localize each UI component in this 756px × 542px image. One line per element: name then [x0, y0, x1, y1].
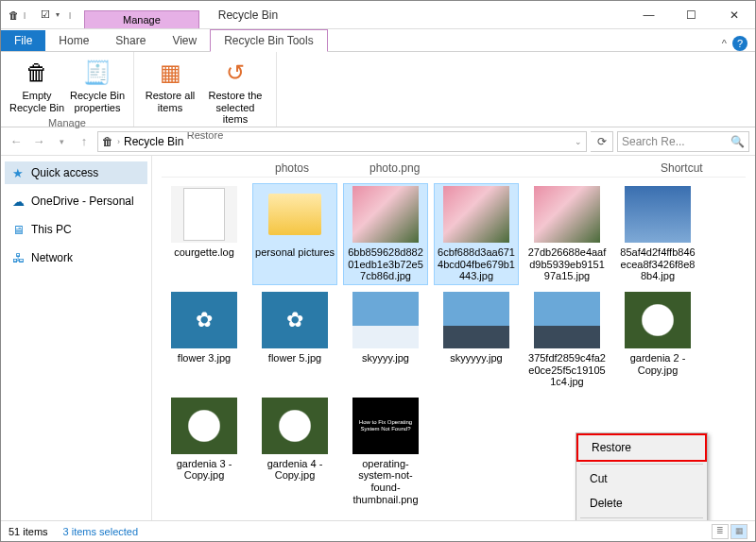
recycle-bin-properties-button[interactable]: 🧾 Recycle Bin properties — [67, 54, 128, 117]
file-item[interactable]: 6cbf688d3aa6714bcd04fbe679b1443.jpg — [434, 183, 519, 285]
file-name-label: 6bb859628d88201edb1e3b72e57cb86d.jpg — [346, 246, 425, 282]
file-item[interactable]: 27db26688e4aafd9b5939eb915197a15.jpg — [524, 183, 610, 285]
context-menu: Restore Cut Delete Properties — [576, 432, 708, 520]
content-area[interactable]: photos photo.png Shortcut courgette.logp… — [152, 156, 755, 520]
file-name-label: flower 3.jpg — [178, 352, 231, 364]
thumbnail — [534, 186, 600, 243]
tab-home[interactable]: Home — [45, 30, 102, 51]
restore-all-icon: ▦ — [155, 58, 185, 88]
recycle-bin-small-icon: 🗑 — [102, 135, 113, 148]
restore-selected-label: Restore the selected items — [202, 90, 268, 126]
nav-thispc-label: This PC — [31, 223, 72, 236]
restore-all-button[interactable]: ▦ Restore all items — [140, 54, 200, 129]
nav-network[interactable]: 🖧 Network — [5, 246, 147, 269]
thumbnail — [262, 398, 328, 454]
contextual-tab-manage: Manage — [84, 10, 199, 28]
tab-recycle-bin-tools[interactable]: Recycle Bin Tools — [210, 29, 328, 52]
column-name[interactable]: photos — [275, 161, 369, 175]
empty-recycle-bin-button[interactable]: 🗑 Empty Recycle Bin — [7, 54, 67, 117]
file-item[interactable]: gardenia 3 - Copy.jpg — [162, 395, 247, 509]
tab-share[interactable]: Share — [102, 30, 159, 51]
contextual-tab-header: Manage — [84, 1, 199, 28]
properties-icon: 🧾 — [82, 58, 112, 88]
recycle-bin-icon: 🗑 — [5, 7, 22, 24]
thumbnail — [171, 186, 237, 243]
column-original[interactable]: photo.png — [369, 161, 464, 175]
maximize-button[interactable]: ☐ — [670, 1, 713, 28]
file-item[interactable]: 6bb859628d88201edb1e3b72e57cb86d.jpg — [343, 183, 428, 285]
up-button[interactable]: ↑ — [75, 132, 94, 151]
file-name-label: gardenia 2 - Copy.jpg — [618, 352, 697, 376]
nav-quick-label: Quick access — [31, 166, 98, 179]
menu-cut[interactable]: Cut — [576, 466, 707, 491]
file-item[interactable]: skyyyy.jpg — [343, 289, 428, 391]
help-icon[interactable]: ? — [732, 36, 747, 51]
breadcrumb-dropdown-icon[interactable]: ⌄ — [575, 137, 582, 146]
nav-quick-access[interactable]: ★ Quick access — [5, 161, 147, 184]
file-item[interactable]: gardenia 4 - Copy.jpg — [252, 395, 337, 509]
breadcrumb-location: Recycle Bin — [124, 135, 183, 148]
menu-separator — [580, 464, 703, 465]
collapse-ribbon-icon[interactable]: ^ — [722, 38, 727, 49]
breadcrumb[interactable]: 🗑 › Recycle Bin ⌄ — [97, 131, 587, 152]
status-bar: 51 items 3 items selected ≣ ▦ — [1, 520, 755, 541]
column-headers[interactable]: photos photo.png Shortcut — [162, 160, 746, 178]
monitor-icon: 🖥 — [10, 222, 26, 237]
file-item[interactable]: gardenia 2 - Copy.jpg — [615, 289, 700, 391]
file-item[interactable]: 85af4d2f4ffb846ecea8f3426f8e88b4.jpg — [615, 183, 700, 285]
ribbon-group-restore: ▦ Restore all items ↺ Restore the select… — [134, 52, 277, 127]
ribbon: 🗑 Empty Recycle Bin 🧾 Recycle Bin proper… — [1, 52, 755, 127]
menu-delete[interactable]: Delete — [576, 491, 707, 516]
search-icon: 🔍 — [730, 135, 745, 148]
tab-file[interactable]: File — [1, 30, 45, 51]
nav-this-pc[interactable]: 🖥 This PC — [5, 218, 147, 241]
file-item[interactable]: 375fdf2859c4fa2e0ce25f5c191051c4.jpg — [524, 289, 610, 391]
thumbnail — [443, 186, 509, 243]
properties-qat-icon[interactable]: ☑ — [37, 7, 54, 24]
file-item[interactable]: courgette.log — [162, 183, 247, 285]
file-name-label: gardenia 3 - Copy.jpg — [164, 458, 244, 482]
close-button[interactable]: ✕ — [713, 1, 755, 28]
column-shortcut[interactable]: Shortcut — [661, 161, 746, 175]
file-item[interactable]: skyyyyy.jpg — [434, 289, 519, 391]
file-name-label: gardenia 4 - Copy.jpg — [255, 458, 335, 482]
qat-sep: | — [24, 10, 35, 19]
restore-selected-button[interactable]: ↺ Restore the selected items — [200, 54, 270, 129]
search-input[interactable]: Search Re... 🔍 — [617, 131, 749, 152]
back-button[interactable]: ← — [7, 132, 26, 151]
file-name-label: skyyyy.jpg — [362, 352, 409, 364]
details-view-button[interactable]: ≣ — [712, 524, 729, 539]
file-item[interactable]: flower 5.jpg — [252, 289, 337, 391]
file-item[interactable]: personal pictures — [252, 183, 337, 285]
file-name-label: flower 5.jpg — [268, 352, 321, 364]
recent-locations-dropdown[interactable]: ▾ — [52, 132, 71, 151]
menu-restore[interactable]: Restore — [576, 433, 707, 462]
file-name-label: 27db26688e4aafd9b5939eb915197a15.jpg — [527, 246, 607, 282]
restore-all-label: Restore all items — [142, 90, 198, 113]
nav-onedrive-label: OneDrive - Personal — [31, 195, 134, 208]
breadcrumb-sep-icon: › — [117, 137, 120, 146]
forward-button[interactable]: → — [29, 132, 48, 151]
thumbnail — [171, 292, 237, 348]
thumbnail — [262, 292, 328, 348]
minimize-button[interactable]: — — [627, 1, 670, 28]
menu-separator — [580, 517, 703, 518]
star-icon: ★ — [10, 165, 26, 180]
thumbnail — [443, 292, 509, 348]
file-item[interactable]: How to Fix Operating System Not Found?op… — [343, 395, 428, 509]
window-title: Recycle Bin — [199, 8, 627, 22]
large-icons-view-button[interactable]: ▦ — [730, 524, 747, 539]
navigation-pane: ★ Quick access ☁ OneDrive - Personal 🖥 T… — [1, 156, 152, 520]
refresh-button[interactable]: ⟳ — [591, 131, 613, 152]
nav-onedrive[interactable]: ☁ OneDrive - Personal — [5, 190, 147, 212]
qat-dropdown-icon[interactable]: ▾ — [56, 10, 67, 19]
thumbnail — [534, 292, 600, 348]
status-item-count: 51 items — [9, 526, 48, 537]
file-item[interactable]: flower 3.jpg — [162, 289, 247, 391]
file-name-label: 85af4d2f4ffb846ecea8f3426f8e88b4.jpg — [618, 246, 697, 282]
empty-bin-label: Empty Recycle Bin — [9, 90, 65, 113]
tab-view[interactable]: View — [159, 30, 210, 51]
thumbnail — [352, 292, 419, 348]
search-placeholder: Search Re... — [622, 135, 685, 148]
file-name-label: 375fdf2859c4fa2e0ce25f5c191051c4.jpg — [527, 352, 607, 388]
